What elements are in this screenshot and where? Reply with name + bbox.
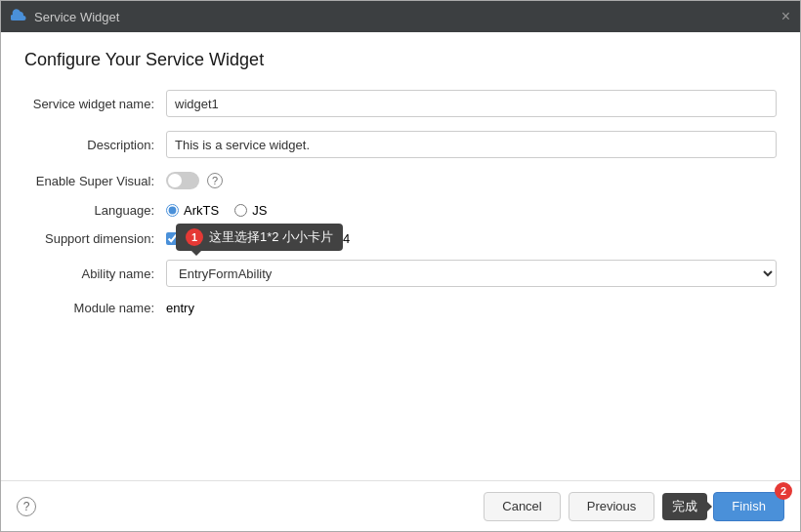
finish-badge: 2: [775, 482, 792, 500]
language-row: Language: ArkTS JS: [24, 203, 777, 218]
language-radio-group: ArkTS JS: [166, 203, 267, 218]
finish-tooltip-label: 完成: [662, 493, 707, 520]
tooltip-text: 这里选择1*2 小小卡片: [209, 228, 333, 246]
language-arkts-label: ArkTS: [184, 203, 219, 218]
finish-wrap: 完成 2 Finish: [662, 492, 784, 521]
previous-button[interactable]: Previous: [569, 492, 655, 521]
finish-button[interactable]: Finish: [713, 492, 784, 521]
description-label: Description:: [24, 138, 166, 152]
language-arkts-option[interactable]: ArkTS: [166, 203, 219, 218]
module-name-label: Module name:: [24, 301, 166, 315]
dialog-footer: ? Cancel Previous 完成 2 Finish: [1, 480, 800, 531]
module-name-row: Module name: entry: [24, 301, 777, 315]
module-name-value: entry: [166, 301, 194, 315]
super-visual-toggle[interactable]: [166, 172, 199, 189]
description-input[interactable]: [166, 131, 777, 158]
form-content: Configure Your Service Widget Service wi…: [1, 32, 800, 480]
dimension-label: Support dimension:: [24, 231, 166, 246]
description-control: [166, 131, 777, 158]
footer-right: Cancel Previous 完成 2 Finish: [484, 492, 784, 521]
titlebar: Service Widget ×: [1, 1, 800, 32]
language-label: Language:: [24, 203, 166, 218]
titlebar-title: Service Widget: [34, 10, 119, 24]
ability-name-control: EntryFormAbility: [166, 260, 777, 287]
widget-name-control: [166, 90, 777, 117]
toggle-wrap: ?: [166, 172, 223, 189]
description-row: Description:: [24, 131, 777, 158]
footer-help-icon[interactable]: ?: [17, 497, 36, 516]
widget-name-input[interactable]: [166, 90, 777, 117]
footer-help-label: ?: [23, 500, 30, 513]
super-visual-help-icon[interactable]: ?: [207, 173, 223, 188]
language-js-label: JS: [252, 203, 267, 218]
dimension-tooltip: 1 这里选择1*2 小小卡片: [176, 224, 343, 251]
language-arkts-radio[interactable]: [166, 204, 179, 217]
dialog-window: Service Widget × Configure Your Service …: [0, 0, 801, 532]
ability-name-label: Ability name:: [24, 266, 166, 281]
tooltip-badge: 1: [186, 228, 203, 246]
app-icon: [11, 9, 26, 24]
super-visual-control: ?: [166, 172, 777, 189]
footer-left: ?: [17, 497, 36, 516]
widget-name-label: Service widget name:: [24, 97, 166, 111]
widget-name-row: Service widget name:: [24, 90, 777, 117]
module-name-control: entry: [166, 301, 777, 315]
dimension-row: Support dimension: 1*2 2*2 2*4: [24, 231, 777, 246]
super-visual-label: Enable Super Visual:: [24, 174, 166, 188]
cancel-button[interactable]: Cancel: [484, 492, 560, 521]
language-js-radio[interactable]: [234, 204, 247, 217]
titlebar-left: Service Widget: [11, 9, 119, 24]
language-control: ArkTS JS: [166, 203, 777, 218]
close-button[interactable]: ×: [781, 9, 790, 24]
super-visual-row: Enable Super Visual: ?: [24, 172, 777, 189]
ability-name-row: Ability name: EntryFormAbility: [24, 260, 777, 287]
ability-name-select[interactable]: EntryFormAbility: [166, 260, 777, 287]
page-title: Configure Your Service Widget: [24, 50, 777, 70]
language-js-option[interactable]: JS: [234, 203, 267, 218]
